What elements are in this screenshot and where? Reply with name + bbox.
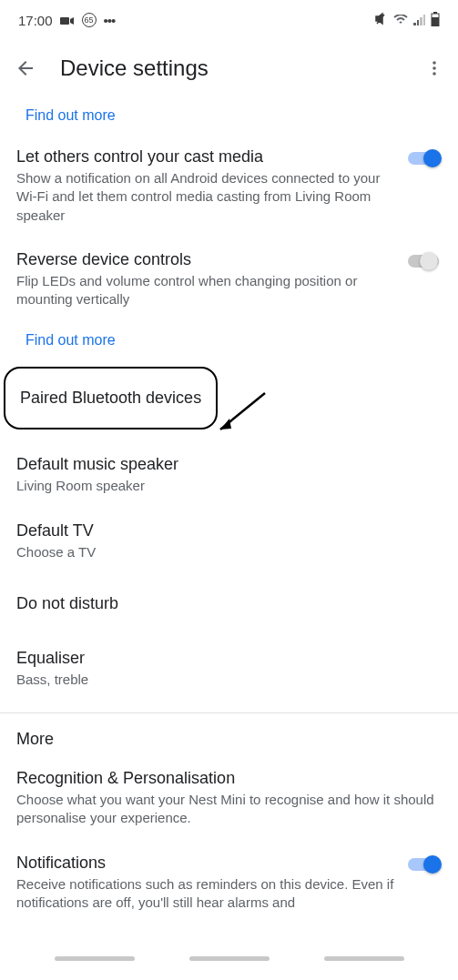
arrow-left-icon	[15, 57, 36, 79]
setting-paired-bluetooth[interactable]: Paired Bluetooth devices	[4, 367, 218, 429]
status-right	[374, 12, 440, 29]
find-out-more-link-1[interactable]: Find out more	[0, 96, 458, 135]
svg-marker-8	[220, 419, 231, 429]
setting-title: Reverse device controls	[16, 250, 394, 269]
setting-desc: Show a notification on all Android devic…	[16, 169, 394, 225]
svg-rect-0	[60, 17, 69, 25]
nav-bar	[0, 956, 458, 975]
status-left: 17:00 65 •••	[18, 13, 115, 28]
status-bar: 17:00 65 •••	[0, 0, 458, 40]
more-vert-icon	[426, 60, 443, 76]
notifications-toggle[interactable]	[405, 855, 442, 874]
mute-icon	[374, 12, 388, 28]
svg-line-7	[220, 393, 265, 429]
battery-icon	[431, 12, 440, 29]
page-title: Device settings	[60, 56, 209, 81]
setting-desc: Flip LEDs and volume control when changi…	[16, 272, 394, 309]
content: Find out more Let others control your ca…	[0, 96, 458, 912]
divider	[0, 712, 458, 713]
setting-title: Do not disturb	[16, 594, 442, 613]
setting-notifications[interactable]: Notifications Receive notifications such…	[0, 841, 458, 913]
signal-icon	[413, 15, 425, 25]
setting-default-tv[interactable]: Default TV Choose a TV	[0, 509, 458, 574]
nav-back[interactable]	[324, 956, 404, 961]
app-header: Device settings	[0, 40, 458, 96]
annotation-arrow-icon	[215, 391, 270, 437]
setting-do-not-disturb[interactable]: Do not disturb	[0, 574, 458, 636]
setting-title: Recognition & Personalisation	[16, 769, 442, 788]
back-button[interactable]	[15, 57, 36, 79]
status-dots: •••	[104, 13, 116, 28]
find-out-more-link-2[interactable]: Find out more	[0, 321, 458, 359]
setting-desc: Living Room speaker	[16, 477, 442, 495]
setting-title: Default music speaker	[16, 455, 442, 474]
setting-reverse-controls[interactable]: Reverse device controls Flip LEDs and vo…	[0, 237, 458, 322]
status-time: 17:00	[18, 13, 53, 28]
nav-home[interactable]	[189, 956, 270, 961]
setting-title: Default TV	[16, 521, 442, 541]
nav-recent[interactable]	[55, 956, 135, 961]
badge-icon: 65	[82, 13, 97, 27]
setting-desc: Bass, treble	[16, 671, 442, 689]
reverse-toggle[interactable]	[405, 252, 442, 270]
setting-title: Equaliser	[16, 649, 442, 668]
svg-point-4	[433, 61, 436, 65]
setting-desc: Choose what you want your Nest Mini to r…	[16, 791, 442, 828]
more-menu-button[interactable]	[423, 57, 445, 79]
svg-rect-3	[432, 17, 439, 26]
setting-default-speaker[interactable]: Default music speaker Living Room speake…	[0, 442, 458, 508]
setting-title: Notifications	[16, 854, 394, 873]
cast-toggle[interactable]	[405, 149, 442, 167]
setting-equaliser[interactable]: Equaliser Bass, treble	[0, 636, 458, 702]
section-header-more: More	[0, 717, 458, 756]
setting-desc: Receive notifications such as reminders …	[16, 875, 394, 913]
svg-point-6	[433, 72, 436, 76]
wifi-icon	[393, 13, 408, 28]
setting-desc: Choose a TV	[16, 543, 442, 561]
setting-title: Let others control your cast media	[16, 147, 394, 167]
setting-recognition[interactable]: Recognition & Personalisation Choose wha…	[0, 756, 458, 841]
svg-point-5	[433, 66, 436, 70]
video-icon	[60, 13, 75, 28]
setting-title: Paired Bluetooth devices	[20, 389, 201, 408]
setting-cast-control[interactable]: Let others control your cast media Show …	[0, 135, 458, 237]
